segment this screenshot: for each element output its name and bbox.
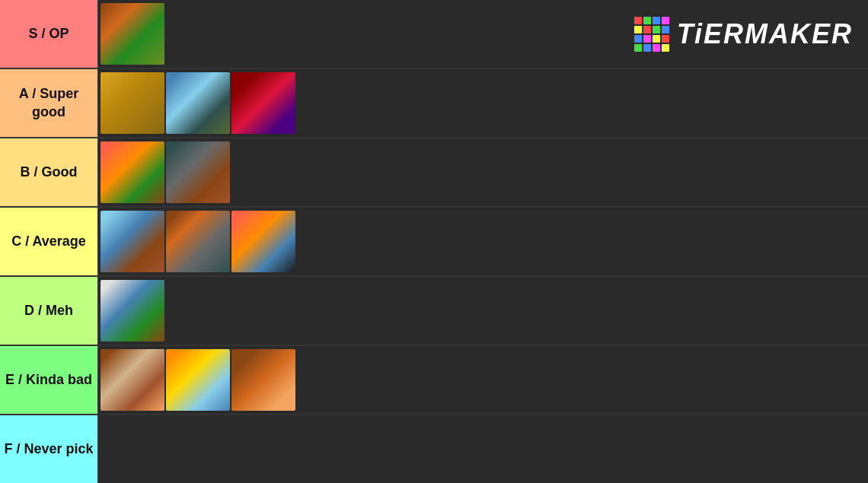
logo-cell <box>662 44 669 52</box>
logo-cell <box>653 26 660 33</box>
tier-row-b: B / Good <box>0 138 868 208</box>
tier-label-s: S / OP <box>0 0 97 68</box>
tier-card[interactable] <box>101 211 164 272</box>
tier-label-a: A / Super good <box>0 69 97 137</box>
tier-label-f: F / Never pick <box>0 415 97 483</box>
tier-content-d[interactable] <box>97 277 868 345</box>
tier-content-c[interactable] <box>97 208 868 275</box>
tier-label-d: D / Meh <box>0 277 97 345</box>
tier-card[interactable] <box>101 72 164 134</box>
logo-grid <box>634 17 669 52</box>
tier-row-e: E / Kinda bad <box>0 346 868 415</box>
tier-card[interactable] <box>101 349 164 411</box>
tier-table: S / OP A / Super good B / Good C / Avera… <box>0 0 868 483</box>
tier-card[interactable] <box>166 141 230 203</box>
tier-card[interactable] <box>231 349 295 411</box>
logo-cell <box>634 17 642 24</box>
tier-card[interactable] <box>101 3 164 65</box>
tier-card[interactable] <box>231 72 295 134</box>
logo-cell <box>634 44 642 52</box>
logo-cell <box>643 26 651 33</box>
logo-cell <box>653 44 660 52</box>
tier-content-a[interactable] <box>97 69 868 137</box>
logo-cell <box>662 26 669 33</box>
logo-cell <box>653 17 660 24</box>
logo-cell <box>662 35 669 43</box>
tier-card[interactable] <box>101 280 164 342</box>
logo-cell <box>662 17 669 24</box>
logo-cell <box>634 26 642 33</box>
tier-label-b: B / Good <box>0 138 97 206</box>
logo-cell <box>643 35 651 43</box>
logo-text: TiERMAKER <box>677 18 853 50</box>
logo-cell <box>643 44 651 52</box>
logo-cell <box>643 17 651 24</box>
tier-row-d: D / Meh <box>0 277 868 346</box>
tier-content-e[interactable] <box>97 346 868 414</box>
tier-card[interactable] <box>166 349 230 411</box>
tier-card[interactable] <box>231 211 295 272</box>
tier-content-b[interactable] <box>97 138 868 206</box>
tier-row-c: C / Average <box>0 208 868 277</box>
tier-row-a: A / Super good <box>0 69 868 138</box>
tier-card[interactable] <box>166 72 230 134</box>
logo-cell <box>653 35 660 43</box>
logo-cell <box>634 35 642 43</box>
tier-card[interactable] <box>166 211 230 272</box>
tier-content-f[interactable] <box>97 415 868 483</box>
tier-row-f: F / Never pick <box>0 415 868 483</box>
tier-card[interactable] <box>101 141 164 203</box>
tier-label-c: C / Average <box>0 208 97 275</box>
logo-overlay: TiERMAKER <box>634 0 868 68</box>
tier-label-e: E / Kinda bad <box>0 346 97 414</box>
